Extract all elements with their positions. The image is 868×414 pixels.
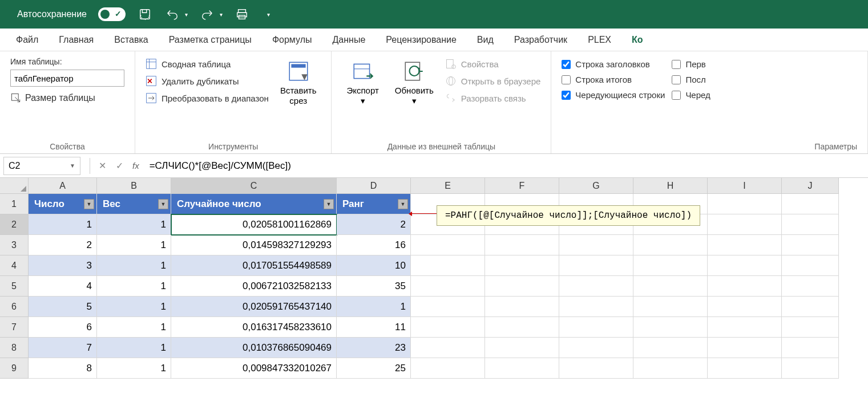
cell[interactable] (485, 358, 559, 379)
row-header-4[interactable]: 4 (0, 255, 29, 276)
col-header-D[interactable]: D (337, 178, 411, 194)
cell[interactable] (782, 235, 839, 255)
cell[interactable] (708, 276, 782, 297)
tab-design[interactable]: Ко (621, 29, 653, 51)
banded-rows-checkbox[interactable]: Чередующиеся строки (562, 90, 665, 100)
cell[interactable] (708, 317, 782, 338)
table-header-3[interactable]: Ранг▼ (337, 194, 411, 214)
tab-formulas[interactable]: Формулы (262, 29, 322, 51)
cell[interactable] (708, 297, 782, 317)
table-header-0[interactable]: Число▼ (29, 194, 97, 214)
print-icon[interactable] (234, 6, 250, 22)
cell[interactable]: 1 (29, 214, 97, 235)
row-header-9[interactable]: 9 (0, 358, 29, 379)
cell[interactable] (559, 297, 633, 317)
cancel-formula-button[interactable]: ✕ (94, 157, 111, 174)
col-header-B[interactable]: B (97, 178, 171, 194)
accept-formula-button[interactable]: ✓ (111, 157, 128, 174)
tab-data[interactable]: Данные (322, 29, 376, 51)
cell[interactable]: 1 (97, 358, 171, 379)
cell[interactable]: 0,009847332010267 (171, 358, 337, 379)
cell[interactable] (411, 358, 485, 379)
cell[interactable] (411, 297, 485, 317)
cell[interactable] (782, 317, 839, 338)
first-col-checkbox[interactable]: Перв (672, 59, 710, 69)
banded-cols-checkbox[interactable]: Черед (672, 90, 710, 100)
export-button[interactable]: Экспорт▾ (342, 57, 383, 139)
cell[interactable] (485, 297, 559, 317)
cell[interactable]: 1 (97, 338, 171, 358)
redo-dropdown[interactable]: ▾ (220, 11, 223, 18)
cell[interactable]: 1 (97, 235, 171, 255)
col-header-I[interactable]: I (708, 178, 782, 194)
cell[interactable] (782, 297, 839, 317)
cell[interactable] (633, 276, 708, 297)
filter-icon[interactable]: ▼ (84, 199, 94, 209)
cell[interactable] (559, 358, 633, 379)
cell[interactable]: 1 (97, 255, 171, 276)
cell[interactable] (411, 235, 485, 255)
cell[interactable] (633, 297, 708, 317)
filter-icon[interactable]: ▼ (158, 199, 168, 209)
cell[interactable]: 2 (29, 235, 97, 255)
cell[interactable] (559, 276, 633, 297)
cell[interactable]: 0,010376865090469 (171, 338, 337, 358)
cell[interactable] (559, 338, 633, 358)
col-header-A[interactable]: A (29, 178, 97, 194)
cell[interactable]: 4 (29, 276, 97, 297)
pivot-table-button[interactable]: Сводная таблица (146, 58, 269, 70)
cell[interactable]: 1 (97, 214, 171, 235)
col-header-C[interactable]: C (171, 178, 337, 194)
cell[interactable]: 1 (97, 317, 171, 338)
refresh-button[interactable]: Обновить▾ (390, 57, 438, 139)
formula-input[interactable] (144, 157, 868, 175)
row-header-2[interactable]: 2 (0, 214, 29, 235)
cell[interactable]: 11 (337, 317, 411, 338)
tab-plex[interactable]: PLEX (578, 29, 621, 51)
tab-insert[interactable]: Вставка (104, 29, 158, 51)
cell[interactable] (708, 214, 782, 235)
row-header-6[interactable]: 6 (0, 297, 29, 317)
filter-icon[interactable]: ▼ (324, 199, 334, 209)
redo-icon[interactable] (199, 6, 215, 22)
insert-slicer-button[interactable]: Вставитьсрез (276, 57, 321, 139)
select-all-corner[interactable] (0, 178, 29, 194)
cell[interactable] (633, 358, 708, 379)
cell[interactable]: 1 (97, 297, 171, 317)
cell[interactable] (708, 358, 782, 379)
cell[interactable]: 8 (29, 358, 97, 379)
cell[interactable] (782, 255, 839, 276)
autosave-toggle[interactable]: ✓ (98, 7, 126, 21)
last-col-checkbox[interactable]: Посл (672, 75, 710, 84)
cell[interactable] (559, 255, 633, 276)
row-header-3[interactable]: 3 (0, 235, 29, 255)
tab-page-layout[interactable]: Разметка страницы (159, 29, 262, 51)
row-header-5[interactable]: 5 (0, 276, 29, 297)
cell[interactable] (708, 338, 782, 358)
row-header-8[interactable]: 8 (0, 338, 29, 358)
cell[interactable]: 0,006721032582133 (171, 276, 337, 297)
table-header-2[interactable]: Случайное число▼ (171, 194, 337, 214)
cell[interactable]: 16 (337, 235, 411, 255)
row-header-1[interactable]: 1 (0, 194, 29, 214)
table-header-1[interactable]: Вес▼ (97, 194, 171, 214)
row-header-7[interactable]: 7 (0, 317, 29, 338)
cell[interactable] (708, 235, 782, 255)
cell[interactable] (485, 255, 559, 276)
cell[interactable] (485, 276, 559, 297)
col-header-J[interactable]: J (782, 178, 839, 194)
cell[interactable] (559, 317, 633, 338)
cell[interactable] (782, 338, 839, 358)
tab-review[interactable]: Рецензирование (376, 29, 467, 51)
cell[interactable] (782, 194, 839, 214)
cell[interactable]: 0,017051554498589 (171, 255, 337, 276)
cell[interactable]: 35 (337, 276, 411, 297)
cell[interactable]: 10 (337, 255, 411, 276)
cell[interactable] (485, 338, 559, 358)
cell[interactable] (633, 338, 708, 358)
total-row-checkbox[interactable]: Строка итогов (562, 75, 665, 84)
cell[interactable] (485, 317, 559, 338)
qat-customize[interactable]: ▾ (267, 11, 270, 18)
cell[interactable] (782, 276, 839, 297)
cell[interactable] (633, 235, 708, 255)
